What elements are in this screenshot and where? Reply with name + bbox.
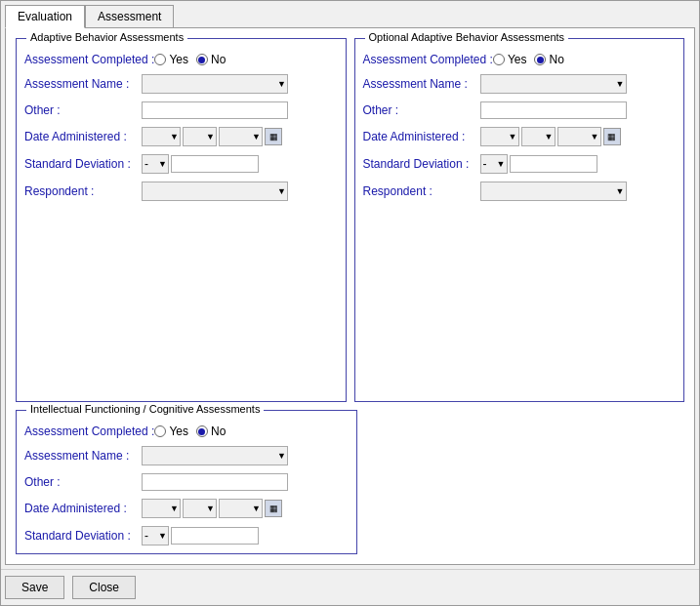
- optional-respondent-wrapper: ▼: [480, 182, 627, 201]
- adaptive-date-label: Date Administered :: [24, 130, 142, 143]
- adaptive-other-input[interactable]: [142, 101, 288, 119]
- optional-yes-radio[interactable]: Yes: [493, 53, 527, 66]
- optional-other-input[interactable]: [480, 101, 627, 119]
- adaptive-month-select[interactable]: [142, 127, 181, 146]
- adaptive-other-label: Other :: [24, 103, 142, 117]
- button-bar: Save Close: [1, 569, 699, 605]
- optional-calendar-button[interactable]: ▦: [603, 128, 621, 145]
- adaptive-respondent-row: Respondent : ▼: [24, 182, 338, 201]
- content-area: Adaptive Behavior Assessments Assessment…: [5, 27, 695, 565]
- optional-std-dev-row: Standard Deviation : - + ▼: [363, 154, 677, 174]
- intellectual-day-select[interactable]: [183, 499, 217, 518]
- tab-evaluation[interactable]: Evaluation: [5, 5, 85, 28]
- intellectual-sign-select[interactable]: - +: [142, 526, 169, 545]
- close-button[interactable]: Close: [72, 576, 136, 599]
- bottom-panels-row: Intellectual Functioning / Cognitive Ass…: [12, 406, 688, 558]
- adaptive-month-wrapper: ▼: [142, 127, 181, 146]
- adaptive-std-dev-group: - + ▼: [142, 154, 259, 174]
- optional-assessment-name-label: Assessment Name :: [363, 77, 480, 91]
- adaptive-respondent-select[interactable]: [142, 182, 288, 201]
- adaptive-year-select[interactable]: [219, 127, 263, 146]
- adaptive-assessment-completed-label: Assessment Completed :: [24, 53, 154, 66]
- intellectual-assessment-name-label: Assessment Name :: [24, 449, 142, 463]
- optional-day-select[interactable]: [521, 127, 556, 146]
- adaptive-yes-radio[interactable]: Yes: [154, 53, 188, 66]
- intellectual-std-dev-input[interactable]: [171, 527, 259, 545]
- optional-date-row: Date Administered : ▼ ▼ ▼: [363, 127, 677, 146]
- save-button[interactable]: Save: [5, 576, 64, 599]
- intellectual-no-radio-circle: [196, 425, 208, 437]
- optional-respondent-row: Respondent : ▼: [363, 182, 677, 201]
- optional-std-dev-group: - + ▼: [480, 154, 597, 174]
- intellectual-year-select[interactable]: [219, 499, 263, 518]
- intellectual-std-dev-group: - + ▼: [142, 526, 259, 545]
- adaptive-assessment-completed-radios: Yes No: [154, 53, 226, 66]
- adaptive-assessment-name-row: Assessment Name : ▼: [24, 74, 338, 94]
- main-window: Evaluation Assessment Adaptive Behavior …: [0, 0, 700, 606]
- intellectual-other-row: Other :: [24, 473, 349, 491]
- optional-year-select[interactable]: [557, 127, 601, 146]
- adaptive-day-wrapper: ▼: [183, 127, 217, 146]
- intellectual-assessment-name-wrapper: ▼: [142, 446, 288, 465]
- intellectual-assessment-completed-radios: Yes No: [154, 424, 226, 438]
- optional-assessment-name-row: Assessment Name : ▼: [363, 74, 677, 94]
- optional-assessment-completed-row: Assessment Completed : Yes No: [363, 53, 677, 66]
- optional-sign-wrapper: - + ▼: [480, 154, 508, 174]
- adaptive-assessment-completed-row: Assessment Completed : Yes No: [24, 53, 338, 66]
- optional-assessment-completed-label: Assessment Completed :: [363, 53, 493, 66]
- optional-date-group: ▼ ▼ ▼ ▦: [480, 127, 621, 146]
- optional-sign-select[interactable]: - +: [480, 154, 508, 174]
- optional-date-label: Date Administered :: [363, 130, 480, 143]
- optional-assessment-name-select[interactable]: [480, 74, 627, 94]
- optional-std-dev-label: Standard Deviation :: [363, 157, 480, 171]
- intellectual-yes-radio[interactable]: Yes: [154, 424, 188, 438]
- adaptive-year-wrapper: ▼: [219, 127, 263, 146]
- intellectual-date-row: Date Administered : ▼ ▼ ▼: [24, 499, 349, 518]
- adaptive-std-dev-input[interactable]: [171, 155, 259, 173]
- adaptive-date-row: Date Administered : ▼ ▼ ▼: [24, 127, 338, 146]
- adaptive-yes-radio-circle: [154, 54, 166, 65]
- tab-bar: Evaluation Assessment: [1, 1, 699, 27]
- top-panels-row: Adaptive Behavior Assessments Assessment…: [12, 34, 688, 406]
- adaptive-sign-wrapper: - + ▼: [142, 154, 169, 174]
- intellectual-assessment-name-select[interactable]: [142, 446, 288, 465]
- adaptive-assessment-name-select[interactable]: [142, 74, 288, 94]
- intellectual-sign-wrapper: - + ▼: [142, 526, 169, 545]
- adaptive-behavior-panel: Adaptive Behavior Assessments Assessment…: [16, 38, 347, 402]
- optional-no-radio[interactable]: No: [534, 53, 563, 66]
- optional-std-dev-input[interactable]: [510, 155, 597, 173]
- adaptive-calendar-button[interactable]: ▦: [265, 128, 282, 145]
- intellectual-panel-legend: Intellectual Functioning / Cognitive Ass…: [26, 403, 264, 415]
- optional-assessment-name-wrapper: ▼: [480, 74, 627, 94]
- optional-adaptive-panel-legend: Optional Adaptive Behavior Assessments: [365, 31, 569, 43]
- intellectual-assessment-completed-row: Assessment Completed : Yes No: [24, 424, 349, 438]
- intellectual-other-input[interactable]: [142, 473, 288, 491]
- intellectual-month-select[interactable]: [142, 499, 181, 518]
- adaptive-assessment-name-wrapper: ▼: [142, 74, 288, 94]
- optional-adaptive-panel: Optional Adaptive Behavior Assessments A…: [354, 38, 685, 402]
- intellectual-no-radio[interactable]: No: [196, 424, 226, 438]
- adaptive-respondent-wrapper: ▼: [142, 182, 288, 201]
- adaptive-respondent-label: Respondent :: [24, 184, 142, 198]
- intellectual-date-label: Date Administered :: [24, 502, 142, 515]
- intellectual-other-label: Other :: [24, 475, 142, 489]
- optional-day-wrapper: ▼: [521, 127, 556, 146]
- optional-assessment-completed-radios: Yes No: [493, 53, 564, 66]
- adaptive-panel-legend: Adaptive Behavior Assessments: [26, 31, 187, 43]
- adaptive-no-radio[interactable]: No: [196, 53, 226, 66]
- optional-other-label: Other :: [363, 103, 480, 117]
- adaptive-sign-select[interactable]: - +: [142, 154, 169, 174]
- intellectual-month-wrapper: ▼: [142, 499, 181, 518]
- optional-respondent-select[interactable]: [480, 182, 627, 201]
- optional-respondent-label: Respondent :: [363, 184, 480, 198]
- intellectual-calendar-button[interactable]: ▦: [265, 500, 282, 517]
- tab-assessment[interactable]: Assessment: [85, 5, 174, 27]
- optional-month-select[interactable]: [480, 127, 519, 146]
- optional-month-wrapper: ▼: [480, 127, 519, 146]
- intellectual-assessment-name-row: Assessment Name : ▼: [24, 446, 349, 465]
- optional-yes-radio-circle: [493, 54, 505, 65]
- optional-no-radio-circle: [534, 54, 546, 65]
- adaptive-day-select[interactable]: [183, 127, 217, 146]
- optional-other-row: Other :: [363, 101, 677, 119]
- intellectual-std-dev-row: Standard Deviation : - + ▼: [24, 526, 349, 545]
